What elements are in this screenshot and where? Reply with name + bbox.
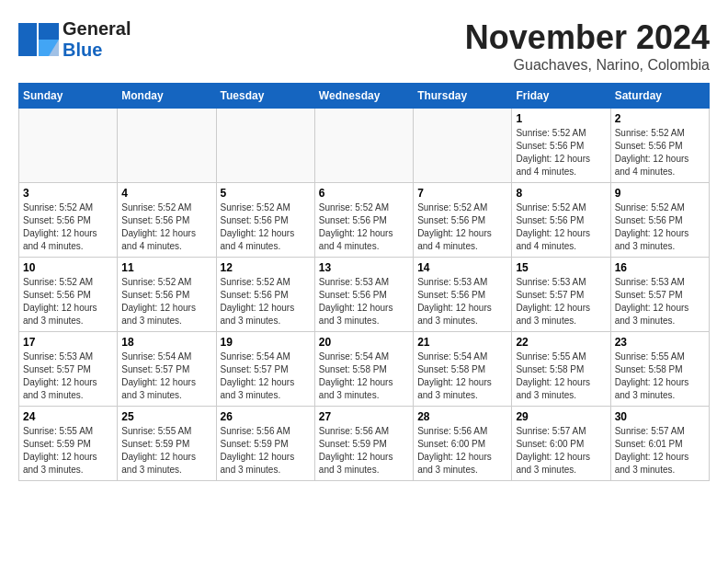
- day-info: Sunrise: 5:52 AM Sunset: 5:56 PM Dayligh…: [615, 127, 705, 178]
- day-info: Sunrise: 5:55 AM Sunset: 5:58 PM Dayligh…: [615, 350, 705, 402]
- col-saturday: Saturday: [610, 84, 709, 109]
- day-number: 14: [417, 261, 507, 274]
- calendar-cell: 24Sunrise: 5:55 AM Sunset: 5:59 PM Dayli…: [19, 407, 118, 481]
- day-info: Sunrise: 5:53 AM Sunset: 5:57 PM Dayligh…: [23, 350, 113, 402]
- day-number: 13: [319, 261, 409, 274]
- day-number: 24: [23, 410, 113, 423]
- calendar-cell: 27Sunrise: 5:56 AM Sunset: 5:59 PM Dayli…: [314, 407, 413, 481]
- day-info: Sunrise: 5:52 AM Sunset: 5:56 PM Dayligh…: [516, 127, 606, 178]
- logo-icon: [18, 23, 59, 56]
- calendar-cell: 9Sunrise: 5:52 AM Sunset: 5:56 PM Daylig…: [610, 183, 709, 258]
- day-info: Sunrise: 5:52 AM Sunset: 5:56 PM Dayligh…: [23, 201, 113, 253]
- col-thursday: Thursday: [414, 84, 512, 109]
- calendar-cell: 25Sunrise: 5:55 AM Sunset: 5:59 PM Dayli…: [118, 407, 216, 481]
- calendar-cell: 5Sunrise: 5:52 AM Sunset: 5:56 PM Daylig…: [216, 183, 314, 258]
- day-info: Sunrise: 5:56 AM Sunset: 5:59 PM Dayligh…: [319, 425, 409, 477]
- day-number: 8: [516, 187, 606, 200]
- day-number: 15: [516, 261, 606, 274]
- calendar-cell: 23Sunrise: 5:55 AM Sunset: 5:58 PM Dayli…: [610, 332, 709, 407]
- calendar-table: Sunday Monday Tuesday Wednesday Thursday…: [18, 83, 710, 481]
- month-year: November 2024: [465, 18, 710, 57]
- logo-blue: Blue: [63, 40, 102, 60]
- calendar-cell: 18Sunrise: 5:54 AM Sunset: 5:57 PM Dayli…: [118, 332, 216, 407]
- day-number: 9: [615, 187, 705, 200]
- day-info: Sunrise: 5:52 AM Sunset: 5:56 PM Dayligh…: [319, 201, 409, 253]
- day-number: 22: [516, 336, 606, 349]
- calendar-cell: 14Sunrise: 5:53 AM Sunset: 5:56 PM Dayli…: [414, 258, 512, 332]
- logo: General Blue: [18, 18, 131, 61]
- col-tuesday: Tuesday: [216, 84, 314, 109]
- calendar-cell: [118, 109, 216, 183]
- calendar-week-1: 1Sunrise: 5:52 AM Sunset: 5:56 PM Daylig…: [19, 109, 710, 183]
- calendar-cell: 2Sunrise: 5:52 AM Sunset: 5:56 PM Daylig…: [610, 109, 709, 183]
- calendar-header-row: Sunday Monday Tuesday Wednesday Thursday…: [19, 84, 710, 109]
- calendar-cell: 4Sunrise: 5:52 AM Sunset: 5:56 PM Daylig…: [118, 183, 216, 258]
- calendar-cell: 29Sunrise: 5:57 AM Sunset: 6:00 PM Dayli…: [512, 407, 610, 481]
- title-block: November 2024 Guachaves, Narino, Colombi…: [465, 18, 710, 74]
- calendar-cell: 15Sunrise: 5:53 AM Sunset: 5:57 PM Dayli…: [512, 258, 610, 332]
- day-info: Sunrise: 5:52 AM Sunset: 5:56 PM Dayligh…: [121, 201, 211, 253]
- day-info: Sunrise: 5:56 AM Sunset: 6:00 PM Dayligh…: [417, 425, 507, 477]
- day-number: 19: [221, 336, 311, 349]
- logo-general: General: [63, 18, 131, 39]
- calendar-cell: 8Sunrise: 5:52 AM Sunset: 5:56 PM Daylig…: [512, 183, 610, 258]
- calendar-cell: [19, 109, 118, 183]
- day-number: 6: [319, 187, 409, 200]
- calendar-week-5: 24Sunrise: 5:55 AM Sunset: 5:59 PM Dayli…: [19, 407, 710, 481]
- page-header: General Blue November 2024 Guachaves, Na…: [18, 18, 710, 74]
- day-number: 20: [319, 336, 409, 349]
- calendar-cell: 30Sunrise: 5:57 AM Sunset: 6:01 PM Dayli…: [610, 407, 709, 481]
- day-number: 18: [121, 336, 211, 349]
- day-number: 16: [615, 261, 705, 274]
- calendar-cell: 21Sunrise: 5:54 AM Sunset: 5:58 PM Dayli…: [414, 332, 512, 407]
- day-info: Sunrise: 5:53 AM Sunset: 5:56 PM Dayligh…: [417, 276, 507, 327]
- day-number: 28: [417, 410, 507, 423]
- calendar-cell: [216, 109, 314, 183]
- day-info: Sunrise: 5:52 AM Sunset: 5:56 PM Dayligh…: [23, 276, 113, 327]
- day-number: 1: [516, 112, 606, 125]
- location: Guachaves, Narino, Colombia: [465, 57, 710, 74]
- day-info: Sunrise: 5:53 AM Sunset: 5:56 PM Dayligh…: [319, 276, 409, 327]
- calendar-cell: 11Sunrise: 5:52 AM Sunset: 5:56 PM Dayli…: [118, 258, 216, 332]
- day-info: Sunrise: 5:54 AM Sunset: 5:58 PM Dayligh…: [417, 350, 507, 402]
- col-sunday: Sunday: [19, 84, 118, 109]
- calendar-cell: 16Sunrise: 5:53 AM Sunset: 5:57 PM Dayli…: [610, 258, 709, 332]
- day-number: 30: [615, 410, 705, 423]
- day-number: 5: [221, 187, 311, 200]
- day-info: Sunrise: 5:53 AM Sunset: 5:57 PM Dayligh…: [615, 276, 705, 327]
- day-info: Sunrise: 5:57 AM Sunset: 6:00 PM Dayligh…: [516, 425, 606, 477]
- day-number: 25: [121, 410, 211, 423]
- day-number: 29: [516, 410, 606, 423]
- col-friday: Friday: [512, 84, 610, 109]
- calendar-cell: 17Sunrise: 5:53 AM Sunset: 5:57 PM Dayli…: [19, 332, 118, 407]
- calendar-cell: 10Sunrise: 5:52 AM Sunset: 5:56 PM Dayli…: [19, 258, 118, 332]
- col-wednesday: Wednesday: [314, 84, 413, 109]
- day-info: Sunrise: 5:52 AM Sunset: 5:56 PM Dayligh…: [121, 276, 211, 327]
- calendar-cell: 20Sunrise: 5:54 AM Sunset: 5:58 PM Dayli…: [314, 332, 413, 407]
- calendar-week-3: 10Sunrise: 5:52 AM Sunset: 5:56 PM Dayli…: [19, 258, 710, 332]
- day-info: Sunrise: 5:52 AM Sunset: 5:56 PM Dayligh…: [615, 201, 705, 253]
- calendar-body: 1Sunrise: 5:52 AM Sunset: 5:56 PM Daylig…: [19, 109, 710, 481]
- svg-rect-1: [39, 23, 59, 40]
- day-number: 26: [221, 410, 311, 423]
- day-info: Sunrise: 5:53 AM Sunset: 5:57 PM Dayligh…: [516, 276, 606, 327]
- day-info: Sunrise: 5:55 AM Sunset: 5:59 PM Dayligh…: [23, 425, 113, 477]
- calendar-cell: 7Sunrise: 5:52 AM Sunset: 5:56 PM Daylig…: [414, 183, 512, 258]
- day-info: Sunrise: 5:54 AM Sunset: 5:57 PM Dayligh…: [121, 350, 211, 402]
- day-number: 17: [23, 336, 113, 349]
- calendar-cell: 22Sunrise: 5:55 AM Sunset: 5:58 PM Dayli…: [512, 332, 610, 407]
- calendar-cell: [314, 109, 413, 183]
- day-info: Sunrise: 5:52 AM Sunset: 5:56 PM Dayligh…: [221, 276, 311, 327]
- day-number: 27: [319, 410, 409, 423]
- calendar-cell: 19Sunrise: 5:54 AM Sunset: 5:57 PM Dayli…: [216, 332, 314, 407]
- day-info: Sunrise: 5:55 AM Sunset: 5:59 PM Dayligh…: [121, 425, 211, 477]
- svg-rect-0: [18, 23, 37, 56]
- calendar-week-2: 3Sunrise: 5:52 AM Sunset: 5:56 PM Daylig…: [19, 183, 710, 258]
- day-info: Sunrise: 5:52 AM Sunset: 5:56 PM Dayligh…: [221, 201, 311, 253]
- day-info: Sunrise: 5:54 AM Sunset: 5:57 PM Dayligh…: [221, 350, 311, 402]
- day-number: 2: [615, 112, 705, 125]
- day-number: 10: [23, 261, 113, 274]
- calendar-cell: 26Sunrise: 5:56 AM Sunset: 5:59 PM Dayli…: [216, 407, 314, 481]
- day-info: Sunrise: 5:52 AM Sunset: 5:56 PM Dayligh…: [516, 201, 606, 253]
- calendar-cell: 6Sunrise: 5:52 AM Sunset: 5:56 PM Daylig…: [314, 183, 413, 258]
